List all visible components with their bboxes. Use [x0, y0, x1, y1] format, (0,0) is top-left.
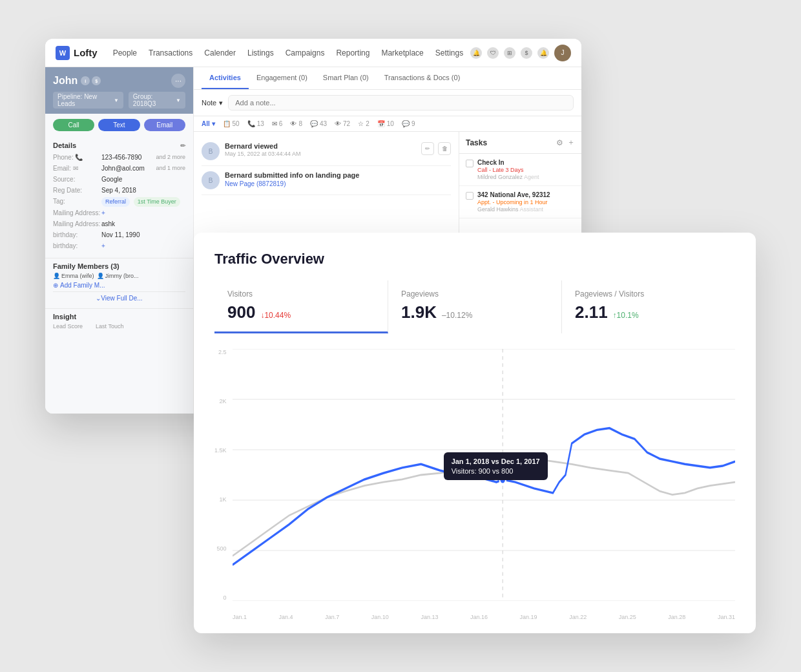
tab-transactions[interactable]: Transactions & Docs (0) — [377, 67, 468, 89]
bell-icon[interactable]: 🔔 — [537, 47, 549, 59]
task-content-2: 342 National Ave, 92312 Appt. - Upcoming… — [477, 191, 575, 213]
note-chevron: ▾ — [219, 99, 223, 107]
tab-smart-plan[interactable]: Smart Plan (0) — [315, 67, 377, 89]
filter-10[interactable]: 📅 10 — [377, 120, 394, 127]
y-label-2k: 2K — [214, 398, 227, 404]
task-checkbox-row-2: 342 National Ave, 92312 Appt. - Upcoming… — [466, 191, 575, 213]
nav-item-transactions[interactable]: Transactions — [149, 47, 192, 59]
x-label-jan13: Jan.13 — [421, 614, 438, 620]
activity-delete-btn[interactable]: 🗑 — [438, 142, 451, 155]
filter-all[interactable]: All ▾ — [202, 120, 215, 127]
tab-engagement[interactable]: Engagement (0) — [249, 67, 315, 89]
traffic-title: Traffic Overview — [214, 251, 735, 268]
note-label: Note ▾ — [202, 99, 223, 107]
task-checkbox-row-1: Check In Call - Late 3 Days Mildred Gonz… — [466, 159, 575, 180]
x-label-jan7: Jan.7 — [325, 614, 339, 620]
email-row: Email: ✉ John@aol.com and 1 more — [53, 164, 185, 173]
metric-visitors-value-row: 900 ↓10.44% — [227, 302, 375, 322]
nav-item-settings[interactable]: Settings — [435, 47, 463, 59]
birthday1-row: birthday: Nov 11, 1990 — [53, 231, 185, 240]
apps-icon[interactable]: ⊞ — [504, 47, 515, 59]
y-label-25: 2.5 — [214, 349, 227, 355]
dollar-icon[interactable]: $ — [521, 47, 532, 59]
shield-icon[interactable]: 🛡 — [487, 47, 499, 59]
birthday2-row: birthday: + — [53, 242, 185, 251]
pipeline-badge[interactable]: Pipeline: New Leads ▼ — [53, 92, 123, 109]
nav-item-listings[interactable]: Listings — [247, 47, 274, 59]
svg-point-7 — [499, 475, 506, 484]
email-button[interactable]: Email — [144, 119, 185, 131]
metric-visitors: Visitors 900 ↓10.44% — [214, 280, 388, 333]
metric-ratio-value-row: 2.11 ↑10.1% — [575, 302, 722, 322]
contact-header: John i $ ··· Pipeline: New Leads ▼ — [45, 67, 193, 114]
activity-item-1: B Bernard viewed May 15, 2022 at 03:44:4… — [202, 137, 451, 166]
text-button[interactable]: Text — [98, 119, 140, 131]
y-labels: 2.5 2K 1.5K 1K 500 0 — [214, 349, 231, 601]
group-badge[interactable]: Group: 2018Q3 ▼ — [129, 92, 185, 109]
metric-ratio: Pageviews / Visitors 2.11 ↑10.1% — [562, 280, 735, 333]
person-icon-2: 👤 — [97, 273, 104, 279]
x-label-jan4: Jan.4 — [279, 614, 293, 620]
nav-item-marketplace[interactable]: Marketplace — [381, 47, 423, 59]
y-label-0: 0 — [214, 594, 227, 601]
task-checkbox-2[interactable] — [466, 192, 473, 200]
task-item-1: Check In Call - Late 3 Days Mildred Gonz… — [459, 154, 581, 186]
tab-activities[interactable]: Activities — [202, 67, 249, 89]
user-avatar[interactable]: J — [554, 45, 571, 61]
traffic-chart — [233, 349, 735, 601]
more-button[interactable]: ··· — [171, 74, 185, 88]
activity-edit-btn[interactable]: ✏ — [421, 142, 434, 155]
top-nav: W Lofty People Transactions Calender Lis… — [45, 39, 581, 67]
person-icon-1: 👤 — [53, 273, 60, 279]
add-family-button[interactable]: ⊕ Add Family M... — [53, 282, 185, 289]
family-member-emma: 👤 Emma (wife) — [53, 273, 94, 279]
group-chevron: ▼ — [176, 98, 181, 103]
task-checkbox-1[interactable] — [466, 160, 473, 167]
insight-row: Lead Score Last Touch — [53, 323, 185, 330]
activity-actions-1: ✏ 🗑 — [421, 142, 451, 160]
birthday-add-link[interactable]: + — [101, 242, 105, 251]
x-label-jan25: Jan.25 — [619, 614, 636, 620]
activity-item-2: B Bernard submitted info on landing page… — [202, 166, 451, 195]
x-label-jan10: Jan.10 — [371, 614, 389, 620]
badge-icon-2: $ — [92, 76, 101, 85]
insight-header: Insight — [53, 313, 185, 320]
notifications-icon[interactable]: 🔔 — [470, 47, 482, 59]
tasks-add-icon[interactable]: ＋ — [567, 137, 575, 148]
tasks-header: Tasks ⚙ ＋ — [459, 132, 581, 154]
activity-content-1: Bernard viewed May 15, 2022 at 03:44:44 … — [225, 142, 416, 160]
tasks-actions: ⚙ ＋ — [556, 137, 575, 148]
pipeline-row: Pipeline: New Leads ▼ Group: 2018Q3 ▼ — [53, 92, 185, 109]
details-edit-icon[interactable]: ✏ — [180, 142, 185, 149]
call-button[interactable]: Call — [53, 119, 94, 131]
nav-right: 🔔 🛡 ⊞ $ 🔔 J — [470, 45, 571, 61]
filter-8[interactable]: 👁 8 — [290, 120, 302, 127]
filter-72[interactable]: 👁 72 — [335, 120, 350, 127]
y-label-500: 500 — [214, 545, 227, 552]
filter-6[interactable]: ✉ 6 — [272, 120, 283, 127]
note-input[interactable] — [228, 95, 574, 110]
filter-2[interactable]: ☆ 2 — [358, 120, 369, 127]
filter-50[interactable]: 📋 50 — [223, 120, 240, 127]
filter-43[interactable]: 💬 43 — [310, 120, 327, 127]
activity-avatar-1: B — [202, 142, 220, 160]
filter-9[interactable]: 💬 9 — [402, 120, 415, 127]
x-label-jan16: Jan.16 — [470, 614, 488, 620]
tag-row: Tag: Referral 1st Time Buyer — [53, 197, 185, 207]
nav-items: People Transactions Calender Listings Ca… — [113, 47, 470, 59]
nav-item-campaigns[interactable]: Campaigns — [286, 47, 325, 59]
action-buttons: Call Text Email — [45, 114, 193, 136]
source-row: Source: Google — [53, 175, 185, 184]
nav-item-reporting[interactable]: Reporting — [336, 47, 369, 59]
family-section: Family Members (3) 👤 Emma (wife) 👤 Jimmy… — [45, 258, 193, 308]
nav-item-calender[interactable]: Calender — [204, 47, 236, 59]
activity-content-2: Bernard submitted info on landing page N… — [225, 171, 451, 189]
filter-13[interactable]: 📞 13 — [247, 120, 264, 127]
tasks-settings-icon[interactable]: ⚙ — [556, 138, 563, 147]
nav-item-people[interactable]: People — [113, 47, 137, 59]
sidebar: John i $ ··· Pipeline: New Leads ▼ — [45, 67, 194, 414]
mailing-add-link[interactable]: + — [101, 209, 105, 218]
family-members: 👤 Emma (wife) 👤 Jimmy (bro... — [53, 273, 185, 279]
view-full-link[interactable]: ⌄ View Full De... — [53, 291, 185, 304]
note-area: Note ▾ — [194, 90, 581, 116]
